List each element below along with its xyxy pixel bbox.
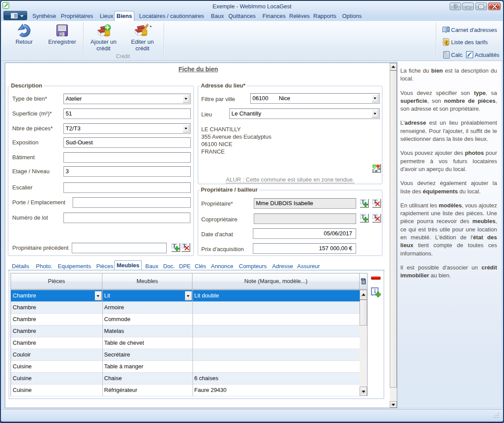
- svg-text:€: €: [445, 40, 448, 45]
